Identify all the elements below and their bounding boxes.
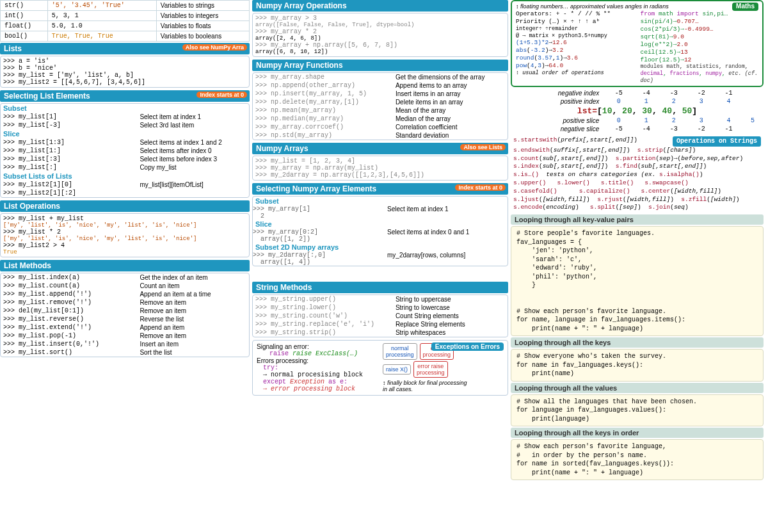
exceptions-box: Exceptions on Errors Signaling an error:… [252, 340, 508, 396]
np-arrays-box: >>> my_list = [1, 2, 3, 4] >>> my_array … [252, 156, 508, 181]
lists-code: >>> a = 'is' >>> b = 'nice' >>> my_list … [0, 56, 250, 88]
loop-code-2: # Show everyone who's taken the survey. … [511, 349, 764, 382]
conversion-table: str()'5', '3.45', 'True'Variables to str… [0, 0, 250, 42]
loop-header-2: Looping through all the keys [511, 337, 764, 348]
select-list-header: Selecting List ElementsIndex starts at 0 [0, 90, 250, 102]
loop-code-4: # Show each person's favorite language, … [511, 439, 764, 480]
list-ops-box: >>> my_list + my_list ['my', 'list', 'is… [0, 213, 250, 257]
list-ops-header: List Operations [0, 200, 250, 212]
string-methods-box: >>> my_string.upper()String to uppercase… [252, 294, 508, 337]
loop-code-1: # Store people's favorite languages. fav… [511, 226, 764, 336]
np-fns-box: >>> my_array.shapeGet the dimensions of … [252, 72, 508, 140]
index-table: negative index-5-4-3-2-1 positive index0… [511, 88, 764, 134]
np-ops-box: >>> my_array > 3 array([False, False, Fa… [252, 13, 508, 57]
np-fns-header: Numpy Array Functions [252, 60, 508, 71]
select-list-box: Subset >>> my_list[1]Select item at inde… [0, 103, 250, 198]
string-ops-box: Operations on Strings s.startswith(prefi… [511, 135, 764, 213]
lists-header: ListsAlso see NumPy Arra [0, 43, 250, 54]
np-ops-header: Numpy Array Operations [252, 0, 508, 12]
np-arrays-header: Numpy ArraysAlso see Lists [252, 143, 508, 154]
loop-header-3: Looping through all the values [511, 383, 764, 393]
string-methods-header: String Methods [252, 282, 508, 293]
loop-header-1: Looping through all key-value pairs [511, 214, 764, 225]
select-np-box: Subset >>> my_array[1] 2Select item at i… [252, 196, 508, 266]
list-methods-header: List Methods [0, 260, 250, 271]
select-np-header: Selecting Numpy Array ElementsIndex star… [252, 183, 508, 195]
maths-box: Maths ↕ floating numbers… approximated v… [511, 0, 764, 87]
list-methods-box: >>> my_list.index(a)Get the index of an … [0, 273, 250, 357]
loop-code-3: # Show all the languages that have been … [511, 394, 764, 427]
loop-header-4: Looping through all the keys in order [511, 428, 764, 438]
